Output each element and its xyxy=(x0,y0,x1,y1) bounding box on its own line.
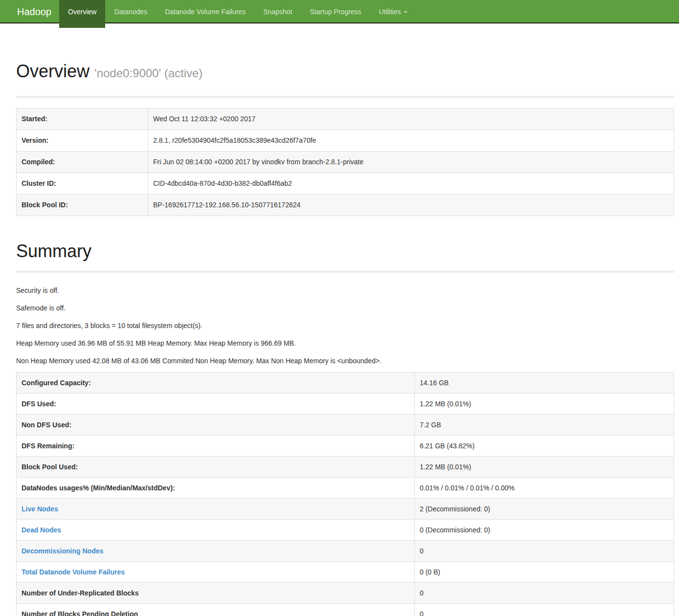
row-value: 2.8.1, r20fe5304904fc2f5a18053c389e43cd2… xyxy=(148,130,674,152)
row-label: Started: xyxy=(17,109,148,130)
total-datanode-volume-failures-link[interactable]: Total Datanode Volume Failures xyxy=(22,568,125,576)
row-label: Non DFS Used: xyxy=(17,415,415,436)
row-label: Dead Nodes xyxy=(17,520,415,541)
summary-paragraph: Safemode is off. xyxy=(16,304,674,312)
row-value: 1.22 MB (0.01%) xyxy=(415,394,674,415)
nav-item-utilities[interactable]: Utilities xyxy=(370,0,416,28)
main-content: Overview 'node0:9000' (active) Started:W… xyxy=(16,62,674,616)
overview-row-block-pool-id: Block Pool ID:BP-1692617712-192.168.56.1… xyxy=(17,195,674,216)
row-label: DataNodes usages% (Min/Median/Max/stdDev… xyxy=(17,478,415,499)
row-value: 2 (Decommissioned: 0) xyxy=(415,499,674,520)
dead-nodes-link[interactable]: Dead Nodes xyxy=(22,526,61,534)
navbar: Hadoop OverviewDatanodesDatanode Volume … xyxy=(0,0,679,23)
summary-title: Summary xyxy=(16,242,674,261)
overview-row-compiled: Compiled:Fri Jun 02 08:14:00 +0200 2017 … xyxy=(17,152,674,173)
summary-header: Summary xyxy=(16,242,674,273)
live-nodes-link[interactable]: Live Nodes xyxy=(22,505,58,513)
row-label: Number of Under-Replicated Blocks xyxy=(17,583,415,604)
decommissioning-nodes-link[interactable]: Decommissioning Nodes xyxy=(22,547,103,555)
summary-row-configured-capacity: Configured Capacity:14.16 GB xyxy=(17,373,674,394)
row-value: 0 xyxy=(415,583,674,604)
brand-hadoop[interactable]: Hadoop xyxy=(0,0,59,23)
overview-row-version: Version:2.8.1, r20fe5304904fc2f5a18053c3… xyxy=(17,130,674,152)
row-label: Compiled: xyxy=(17,152,148,173)
page-title: Overview 'node0:9000' (active) xyxy=(16,62,674,83)
nav-item-overview[interactable]: Overview xyxy=(59,0,105,28)
summary-row-number-of-blocks-pending-deletion: Number of Blocks Pending Deletion0 xyxy=(17,604,674,616)
summary-paragraph: 7 files and directories, 3 blocks = 10 t… xyxy=(16,322,674,330)
row-label: Version: xyxy=(17,130,148,152)
summary-row-non-dfs-used: Non DFS Used:7.2 GB xyxy=(17,415,674,436)
row-value: CID-4dbcd40a-870d-4d30-b382-db0aff4f6ab2 xyxy=(148,173,674,195)
row-label: DFS Remaining: xyxy=(17,436,415,457)
row-value: Wed Oct 11 12:03:32 +0200 2017 xyxy=(148,109,674,130)
summary-paragraphs: Security is off.Safemode is off.7 files … xyxy=(16,286,674,365)
row-label: DFS Used: xyxy=(17,394,415,415)
nav-item-snapshot[interactable]: Snapshot xyxy=(254,0,301,28)
summary-row-dfs-used: DFS Used:1.22 MB (0.01%) xyxy=(17,394,674,415)
overview-info-table: Started:Wed Oct 11 12:03:32 +0200 2017Ve… xyxy=(16,108,674,216)
row-label: Total Datanode Volume Failures xyxy=(17,562,415,583)
page-subtitle: 'node0:9000' (active) xyxy=(94,66,203,80)
row-value: 0 (0 B) xyxy=(415,562,674,583)
caret-down-icon xyxy=(404,11,407,13)
summary-paragraph: Non Heap Memory used 42.08 MB of 43.06 M… xyxy=(16,357,674,365)
summary-row-total-datanode-volume-failures: Total Datanode Volume Failures0 (0 B) xyxy=(17,562,674,583)
row-label: Configured Capacity: xyxy=(17,373,415,394)
row-value: 0 xyxy=(415,541,674,562)
summary-row-block-pool-used: Block Pool Used:1.22 MB (0.01%) xyxy=(17,457,674,478)
row-label: Decommissioning Nodes xyxy=(17,541,415,562)
summary-table: Configured Capacity:14.16 GBDFS Used:1.2… xyxy=(16,372,674,616)
row-label: Block Pool ID: xyxy=(17,195,148,216)
summary-row-decommissioning-nodes: Decommissioning Nodes0 xyxy=(17,541,674,562)
row-label: Block Pool Used: xyxy=(17,457,415,478)
summary-paragraph: Security is off. xyxy=(16,286,674,295)
nav-item-datanode-volume-failures[interactable]: Datanode Volume Failures xyxy=(156,0,254,28)
row-value: 0.01% / 0.01% / 0.01% / 0.00% xyxy=(415,478,674,499)
summary-row-dead-nodes: Dead Nodes0 (Decommissioned: 0) xyxy=(17,520,674,541)
row-label: Live Nodes xyxy=(17,499,415,520)
row-value: BP-1692617712-192.168.56.10-150771617262… xyxy=(148,195,674,216)
summary-paragraph: Heap Memory used 36.96 MB of 55.91 MB He… xyxy=(16,339,674,348)
row-label: Cluster ID: xyxy=(17,173,148,195)
navbar-menu: OverviewDatanodesDatanode Volume Failure… xyxy=(59,0,416,28)
summary-row-dfs-remaining: DFS Remaining:6.21 GB (43.82%) xyxy=(17,436,674,457)
row-label: Number of Blocks Pending Deletion xyxy=(17,604,415,616)
overview-header: Overview 'node0:9000' (active) xyxy=(16,62,674,98)
page-title-text: Overview xyxy=(16,61,90,81)
summary-row-live-nodes: Live Nodes2 (Decommissioned: 0) xyxy=(17,499,674,520)
overview-row-cluster-id: Cluster ID:CID-4dbcd40a-870d-4d30-b382-d… xyxy=(17,173,674,195)
row-value: 14.16 GB xyxy=(415,373,674,394)
overview-row-started: Started:Wed Oct 11 12:03:32 +0200 2017 xyxy=(17,109,674,130)
nav-item-datanodes[interactable]: Datanodes xyxy=(105,0,156,28)
row-value: 0 (Decommissioned: 0) xyxy=(415,520,674,541)
summary-row-number-of-under-replicated-blocks: Number of Under-Replicated Blocks0 xyxy=(17,583,674,604)
row-value: 0 xyxy=(415,604,674,616)
row-value: 1.22 MB (0.01%) xyxy=(415,457,674,478)
row-value: 6.21 GB (43.82%) xyxy=(415,436,674,457)
row-value: 7.2 GB xyxy=(415,415,674,436)
nav-item-startup-progress[interactable]: Startup Progress xyxy=(301,0,370,28)
row-value: Fri Jun 02 08:14:00 +0200 2017 by vinodk… xyxy=(148,152,674,173)
summary-row-datanodes-usages-min-median-max-stddev: DataNodes usages% (Min/Median/Max/stdDev… xyxy=(17,478,674,499)
